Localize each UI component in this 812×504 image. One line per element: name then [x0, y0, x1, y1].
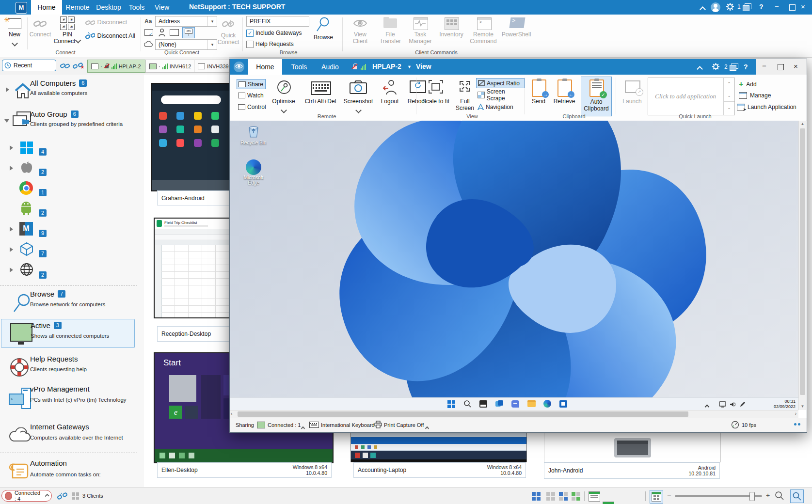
taskbar-edge-icon[interactable] [543, 400, 551, 408]
screenshot-button[interactable]: Screenshot [340, 79, 376, 117]
quick-launch-scroll[interactable]: ⌃ ⌄ ⌄ [723, 78, 734, 115]
sidebar-platform-chrome[interactable]: 1 [0, 179, 141, 199]
auto-clipboard-button[interactable]: ✓ Auto Clipboard [581, 77, 612, 116]
screen-scrape-button[interactable]: Screen Scrape [476, 90, 525, 99]
sidebar-platform-virtual[interactable]: 7 [0, 240, 141, 260]
tray-speaker-icon[interactable] [730, 401, 736, 410]
layout-grid-blue-icon[interactable] [532, 492, 541, 501]
send-clipboard-button[interactable]: → Send [527, 79, 550, 117]
thumbnail-label-ellen[interactable]: Ellen-Desktop Windows 8 x6410.0.4.80 [157, 462, 332, 478]
pin-connect-button[interactable]: ∗∗∗∗ PIN Connect [52, 16, 82, 50]
connect-type-broadcast-icon[interactable]: 255 [182, 27, 195, 38]
viewer-help-icon[interactable]: ? [744, 63, 748, 71]
disconnect-status-icon[interactable] [57, 491, 68, 502]
file-transfer-button[interactable]: File Transfer [376, 16, 404, 50]
tab-home[interactable]: Home [31, 0, 62, 15]
zoom-out-button[interactable]: − [667, 491, 671, 500]
taskbar-chat-icon[interactable] [511, 400, 519, 408]
watch-button[interactable]: Watch [237, 91, 267, 100]
zoom-in-button[interactable]: + [766, 491, 770, 499]
connected-expand-icon[interactable] [302, 423, 304, 432]
quick-connect-button[interactable]: Quick Connect [216, 17, 240, 49]
help-requests-checkbox[interactable] [246, 41, 254, 48]
gateway-combobox[interactable]: (None)▾ [155, 39, 217, 50]
viewer-client-name[interactable]: HPLAP-2 [372, 63, 401, 70]
sidebar-item-automation[interactable]: Automation Automate common tasks on: [0, 457, 141, 485]
taskbar-search-icon[interactable] [463, 400, 472, 410]
fit-to-window-icon[interactable] [790, 489, 804, 503]
sidebar-item-all-computers[interactable]: All Computers6 All available computers [0, 78, 141, 103]
launch-application-button[interactable]: ➤ Launch Application [737, 103, 805, 111]
start-button-icon[interactable] [447, 400, 455, 408]
view-thumbnails-icon[interactable] [650, 490, 663, 504]
sidebar-item-help-requests[interactable]: Help Requests Clients requesting help [0, 353, 141, 380]
viewer-maximize-button[interactable] [778, 64, 784, 70]
user-avatar[interactable] [711, 2, 720, 12]
help-icon[interactable]: ? [759, 3, 764, 11]
connection-tab-invh612[interactable]: · INVH612 [145, 60, 200, 73]
disconnect-button[interactable]: Disconnect [85, 17, 139, 28]
retrieve-clipboard-button[interactable]: ← Retrieve [551, 79, 578, 117]
new-button[interactable]: ✳ New [4, 16, 25, 50]
share-button[interactable]: Share [237, 79, 266, 89]
zoom-slider-handle[interactable] [749, 492, 755, 501]
viewer-close-button[interactable]: × [794, 62, 798, 70]
viewer-vscrollbar[interactable]: ▲ ▼ [798, 121, 806, 410]
address-combobox[interactable]: Address▾ [155, 16, 217, 27]
task-manager-button[interactable]: Task Manager [406, 16, 434, 50]
print-expand-icon[interactable] [426, 423, 429, 432]
thumbnail-reception-desktop[interactable]: Field Trip Checklist [154, 218, 232, 318]
sidebar-platform-android[interactable]: 2 [0, 200, 141, 219]
scale-to-fit-button[interactable]: Scale to fit [420, 79, 452, 117]
disconnect-all-button[interactable]: Disconnect All [85, 31, 143, 42]
viewer-windows-stack-icon[interactable] [730, 63, 738, 70]
client-dropdown-icon[interactable]: ▼ [407, 64, 412, 69]
tab-view[interactable]: View [149, 0, 175, 15]
connect-button[interactable]: Connect [29, 16, 51, 50]
zoom-percent-icon[interactable] [775, 491, 784, 503]
unlink-icon[interactable] [73, 61, 84, 72]
powershell-button[interactable]: >_ PowerShell [500, 16, 532, 50]
sidebar-platform-web[interactable]: 2 [0, 261, 141, 280]
layout-grid-mixed-green-icon[interactable] [572, 492, 580, 501]
sidebar-item-auto-group[interactable]: Auto Group6 Clients grouped by predefine… [0, 108, 141, 133]
tab-remote[interactable]: Remote [62, 0, 93, 15]
tray-display-icon[interactable] [719, 401, 726, 410]
sidebar-platform-netsupport[interactable]: M 9 [0, 220, 141, 239]
quick-launch-app-box[interactable]: Click to add application ⌃ ⌄ ⌄ [648, 78, 735, 115]
thumbnail-label-reception[interactable]: Reception-Desktop [157, 326, 230, 342]
link-icon[interactable] [60, 61, 70, 72]
scroll-up-icon[interactable]: ▲ [799, 121, 806, 127]
navigation-button[interactable]: Navigation [476, 102, 521, 111]
ribbon-collapse-icon[interactable] [701, 6, 705, 13]
scroll-down-icon[interactable]: ▼ [799, 403, 806, 410]
taskbar-taskview-icon[interactable] [495, 400, 503, 408]
viewer-tab-audio[interactable]: Audio [315, 59, 345, 75]
thumbnail-label-accounting[interactable]: Accounting-Laptop Windows 8 x6410.0.4.80 [353, 462, 526, 478]
taskbar-tray-chevron-icon[interactable] [705, 402, 709, 410]
prefix-input[interactable]: PREFIX [246, 16, 309, 27]
desktop-icon-recycle-bin[interactable]: Recycle Bin [238, 124, 269, 145]
tab-desktop[interactable]: Desktop [93, 0, 124, 15]
remote-command-button[interactable]: >_ Remote Command [468, 16, 498, 50]
sidebar-platform-windows[interactable]: 4 [0, 139, 141, 158]
add-application-button[interactable]: + Add [739, 80, 802, 89]
connect-type-monitor-icon[interactable]: ✓ [144, 29, 155, 37]
layout-grid-gray-icon[interactable] [546, 492, 555, 501]
layout-grid-mixed-blue-icon[interactable] [559, 492, 568, 501]
viewer-minimize-button[interactable]: − [762, 62, 766, 70]
view-details-icon[interactable] [589, 491, 600, 502]
aspect-ratio-button[interactable]: Aspect Ratio [476, 78, 525, 88]
connect-type-user-icon[interactable] [158, 28, 166, 39]
remote-desktop-view[interactable]: Recycle Bin Microsoft Edge [230, 121, 798, 410]
thumbnail-label-john[interactable]: John-Android Android10.20.10.81 [544, 462, 720, 479]
maximize-button[interactable] [789, 4, 796, 11]
manage-applications-button[interactable]: Manage [739, 91, 802, 100]
thumbnail-graham-android[interactable] [151, 83, 232, 191]
browse-button[interactable]: Browse [310, 16, 336, 49]
view-client-button[interactable]: View Client [346, 16, 374, 50]
sidebar-item-gateways[interactable]: Internet Gateways Computers available ov… [0, 421, 141, 449]
vscroll-thumb[interactable] [800, 128, 805, 395]
full-screen-button[interactable]: Full Screen [452, 79, 478, 117]
taskbar-clock[interactable]: 08:31 02/09/2022 [754, 399, 796, 410]
